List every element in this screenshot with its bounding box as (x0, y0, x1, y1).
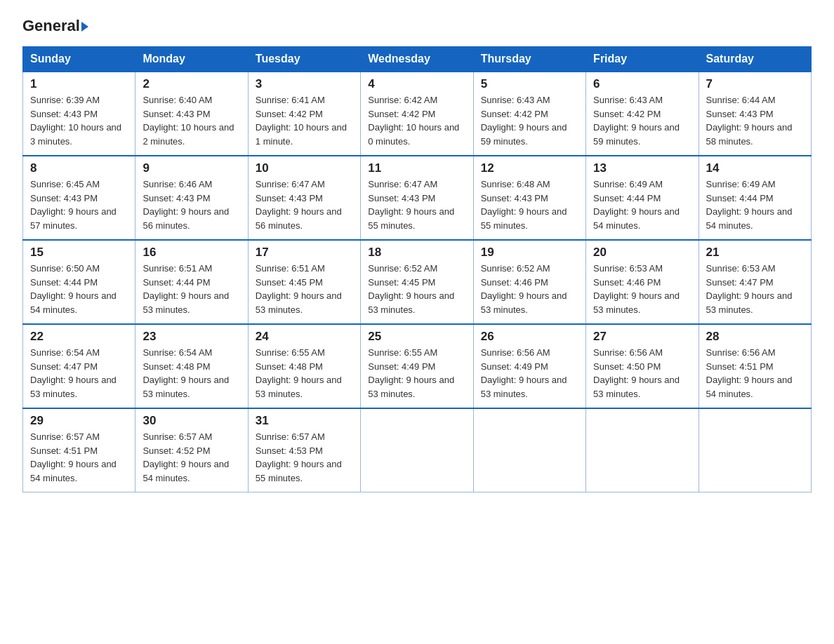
day-of-week-header: Thursday (473, 47, 585, 72)
day-info: Sunrise: 6:54 AMSunset: 4:47 PMDaylight:… (30, 346, 128, 401)
calendar-day-cell: 31Sunrise: 6:57 AMSunset: 4:53 PMDayligh… (248, 408, 360, 492)
day-info: Sunrise: 6:56 AMSunset: 4:50 PMDaylight:… (593, 346, 691, 401)
day-number: 2 (143, 77, 240, 91)
calendar-day-cell: 12Sunrise: 6:48 AMSunset: 4:43 PMDayligh… (473, 156, 585, 240)
calendar-day-cell: 3Sunrise: 6:41 AMSunset: 4:42 PMDaylight… (248, 72, 360, 156)
day-info: Sunrise: 6:46 AMSunset: 4:43 PMDaylight:… (143, 177, 240, 232)
calendar-week-row: 22Sunrise: 6:54 AMSunset: 4:47 PMDayligh… (23, 324, 812, 408)
day-of-week-header: Monday (135, 47, 248, 72)
calendar-day-cell (699, 408, 811, 492)
day-info: Sunrise: 6:47 AMSunset: 4:43 PMDaylight:… (368, 177, 465, 232)
day-number: 9 (143, 161, 240, 175)
day-number: 7 (706, 77, 804, 91)
day-info: Sunrise: 6:49 AMSunset: 4:44 PMDaylight:… (593, 177, 691, 232)
day-info: Sunrise: 6:39 AMSunset: 4:43 PMDaylight:… (30, 93, 128, 148)
day-info: Sunrise: 6:42 AMSunset: 4:42 PMDaylight:… (368, 93, 465, 148)
calendar-day-cell: 29Sunrise: 6:57 AMSunset: 4:51 PMDayligh… (23, 408, 135, 492)
logo: General (22, 17, 88, 34)
calendar-day-cell (473, 408, 585, 492)
calendar-day-cell: 1Sunrise: 6:39 AMSunset: 4:43 PMDaylight… (23, 72, 135, 156)
day-number: 18 (368, 246, 465, 260)
calendar-day-cell: 18Sunrise: 6:52 AMSunset: 4:45 PMDayligh… (361, 240, 473, 324)
day-info: Sunrise: 6:40 AMSunset: 4:43 PMDaylight:… (143, 93, 240, 148)
calendar-day-cell: 8Sunrise: 6:45 AMSunset: 4:43 PMDaylight… (23, 156, 135, 240)
day-of-week-header: Tuesday (248, 47, 360, 72)
day-info: Sunrise: 6:49 AMSunset: 4:44 PMDaylight:… (706, 177, 804, 232)
day-info: Sunrise: 6:44 AMSunset: 4:43 PMDaylight:… (706, 93, 804, 148)
calendar-day-cell: 28Sunrise: 6:56 AMSunset: 4:51 PMDayligh… (699, 324, 811, 408)
calendar-day-cell: 2Sunrise: 6:40 AMSunset: 4:43 PMDaylight… (135, 72, 248, 156)
calendar-day-cell: 19Sunrise: 6:52 AMSunset: 4:46 PMDayligh… (473, 240, 585, 324)
day-number: 26 (481, 330, 578, 344)
day-number: 5 (481, 77, 578, 91)
calendar-day-cell: 13Sunrise: 6:49 AMSunset: 4:44 PMDayligh… (586, 156, 699, 240)
logo-general: General (22, 17, 80, 35)
day-info: Sunrise: 6:54 AMSunset: 4:48 PMDaylight:… (143, 346, 240, 401)
calendar-day-cell: 21Sunrise: 6:53 AMSunset: 4:47 PMDayligh… (699, 240, 811, 324)
calendar-table: SundayMondayTuesdayWednesdayThursdayFrid… (22, 46, 812, 492)
calendar-day-cell: 9Sunrise: 6:46 AMSunset: 4:43 PMDaylight… (135, 156, 248, 240)
day-info: Sunrise: 6:57 AMSunset: 4:52 PMDaylight:… (143, 430, 240, 485)
day-number: 21 (706, 246, 804, 260)
day-number: 31 (256, 414, 353, 428)
day-number: 14 (706, 161, 804, 175)
day-number: 25 (368, 330, 465, 344)
day-info: Sunrise: 6:43 AMSunset: 4:42 PMDaylight:… (481, 93, 578, 148)
day-number: 13 (593, 161, 691, 175)
calendar-day-cell: 15Sunrise: 6:50 AMSunset: 4:44 PMDayligh… (23, 240, 135, 324)
day-info: Sunrise: 6:51 AMSunset: 4:45 PMDaylight:… (256, 262, 353, 316)
day-info: Sunrise: 6:45 AMSunset: 4:43 PMDaylight:… (30, 177, 128, 232)
day-number: 15 (30, 246, 128, 260)
calendar-day-cell (586, 408, 699, 492)
day-info: Sunrise: 6:47 AMSunset: 4:43 PMDaylight:… (256, 177, 353, 232)
day-info: Sunrise: 6:55 AMSunset: 4:48 PMDaylight:… (256, 346, 353, 401)
day-number: 29 (30, 414, 128, 428)
calendar-day-cell: 11Sunrise: 6:47 AMSunset: 4:43 PMDayligh… (361, 156, 473, 240)
day-number: 20 (593, 246, 691, 260)
day-info: Sunrise: 6:41 AMSunset: 4:42 PMDaylight:… (256, 93, 353, 148)
day-info: Sunrise: 6:52 AMSunset: 4:46 PMDaylight:… (481, 262, 578, 316)
calendar-day-cell: 20Sunrise: 6:53 AMSunset: 4:46 PMDayligh… (586, 240, 699, 324)
logo-text: General (22, 17, 88, 35)
calendar-day-cell: 27Sunrise: 6:56 AMSunset: 4:50 PMDayligh… (586, 324, 699, 408)
day-info: Sunrise: 6:48 AMSunset: 4:43 PMDaylight:… (481, 177, 578, 232)
calendar-day-cell: 24Sunrise: 6:55 AMSunset: 4:48 PMDayligh… (248, 324, 360, 408)
day-number: 27 (593, 330, 691, 344)
day-number: 17 (256, 246, 353, 260)
calendar-day-cell: 5Sunrise: 6:43 AMSunset: 4:42 PMDaylight… (473, 72, 585, 156)
day-of-week-header: Wednesday (361, 47, 473, 72)
day-number: 8 (30, 161, 128, 175)
calendar-day-cell: 6Sunrise: 6:43 AMSunset: 4:42 PMDaylight… (586, 72, 699, 156)
day-number: 28 (706, 330, 804, 344)
calendar-header-row: SundayMondayTuesdayWednesdayThursdayFrid… (23, 47, 812, 72)
day-number: 3 (256, 77, 353, 91)
day-info: Sunrise: 6:50 AMSunset: 4:44 PMDaylight:… (30, 262, 128, 316)
day-of-week-header: Saturday (699, 47, 811, 72)
day-info: Sunrise: 6:57 AMSunset: 4:53 PMDaylight:… (256, 430, 353, 485)
day-info: Sunrise: 6:51 AMSunset: 4:44 PMDaylight:… (143, 262, 240, 316)
calendar-day-cell: 16Sunrise: 6:51 AMSunset: 4:44 PMDayligh… (135, 240, 248, 324)
calendar-day-cell: 22Sunrise: 6:54 AMSunset: 4:47 PMDayligh… (23, 324, 135, 408)
day-info: Sunrise: 6:53 AMSunset: 4:46 PMDaylight:… (593, 262, 691, 316)
logo-arrow-icon (81, 22, 88, 32)
calendar-day-cell: 17Sunrise: 6:51 AMSunset: 4:45 PMDayligh… (248, 240, 360, 324)
day-info: Sunrise: 6:57 AMSunset: 4:51 PMDaylight:… (30, 430, 128, 485)
day-number: 19 (481, 246, 578, 260)
day-number: 23 (143, 330, 240, 344)
day-number: 4 (368, 77, 465, 91)
day-number: 11 (368, 161, 465, 175)
calendar-day-cell: 26Sunrise: 6:56 AMSunset: 4:49 PMDayligh… (473, 324, 585, 408)
day-info: Sunrise: 6:52 AMSunset: 4:45 PMDaylight:… (368, 262, 465, 316)
day-number: 30 (143, 414, 240, 428)
day-number: 12 (481, 161, 578, 175)
day-of-week-header: Friday (586, 47, 699, 72)
day-number: 6 (593, 77, 691, 91)
calendar-day-cell: 10Sunrise: 6:47 AMSunset: 4:43 PMDayligh… (248, 156, 360, 240)
calendar-week-row: 15Sunrise: 6:50 AMSunset: 4:44 PMDayligh… (23, 240, 812, 324)
calendar-day-cell: 23Sunrise: 6:54 AMSunset: 4:48 PMDayligh… (135, 324, 248, 408)
calendar-week-row: 29Sunrise: 6:57 AMSunset: 4:51 PMDayligh… (23, 408, 812, 492)
day-info: Sunrise: 6:56 AMSunset: 4:49 PMDaylight:… (481, 346, 578, 401)
day-info: Sunrise: 6:53 AMSunset: 4:47 PMDaylight:… (706, 262, 804, 316)
day-number: 1 (30, 77, 128, 91)
day-number: 10 (256, 161, 353, 175)
